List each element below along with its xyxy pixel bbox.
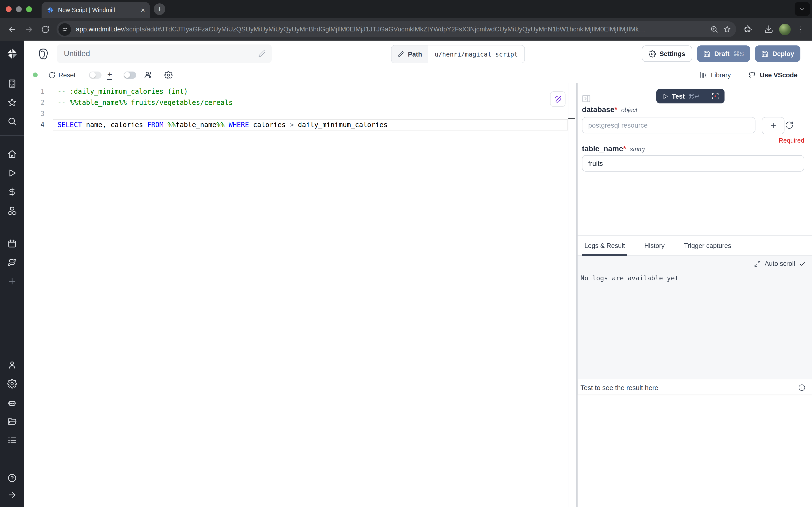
- draft-label: Draft: [714, 50, 730, 57]
- line-number: 1: [24, 86, 45, 97]
- add-resource-button[interactable]: [762, 117, 785, 134]
- script-name-input[interactable]: [63, 49, 258, 58]
- windmill-logo[interactable]: [6, 47, 18, 60]
- settings-gear-icon[interactable]: [7, 379, 17, 389]
- bookmark-star-icon[interactable]: [723, 25, 731, 33]
- script-name-field[interactable]: [57, 45, 272, 63]
- add-plus-icon[interactable]: [7, 276, 17, 286]
- tab-history[interactable]: History: [642, 236, 667, 255]
- site-info-button[interactable]: [58, 23, 71, 36]
- test-button[interactable]: Test ⌘↵: [656, 89, 705, 103]
- deploy-button[interactable]: Deploy: [755, 45, 800, 62]
- home-icon[interactable]: [7, 149, 17, 159]
- audit-list-icon[interactable]: [7, 436, 17, 445]
- expand-logs-icon[interactable]: [754, 260, 761, 267]
- resources-boxes-icon[interactable]: [7, 206, 17, 216]
- close-window-button[interactable]: [6, 6, 12, 12]
- postgresql-icon: [36, 47, 49, 60]
- tab-logs-result[interactable]: Logs & Result: [582, 236, 627, 255]
- path-value[interactable]: u/henri/magical_script: [428, 45, 525, 63]
- path-selector[interactable]: Path u/henri/magical_script: [391, 45, 525, 63]
- forward-icon[interactable]: [24, 24, 34, 34]
- tab-close-icon[interactable]: ×: [141, 6, 145, 13]
- workspace-building-icon[interactable]: [7, 79, 17, 89]
- code-line[interactable]: SELECT name, calories FROM %%table_name%…: [58, 119, 567, 130]
- reload-icon[interactable]: [41, 25, 50, 34]
- logs-empty-message: No logs are available yet: [580, 274, 679, 282]
- collapse-panel-icon[interactable]: [581, 94, 591, 103]
- back-icon[interactable]: [7, 24, 17, 34]
- use-vscode-button[interactable]: Use VScode: [748, 71, 798, 79]
- gear-icon: [648, 50, 656, 57]
- info-icon[interactable]: [798, 384, 806, 392]
- edit-path-pencil-icon: [397, 51, 404, 58]
- line-number: 3: [24, 108, 45, 119]
- edit-name-pencil-icon[interactable]: [258, 50, 266, 58]
- refresh-resources-icon[interactable]: [785, 121, 794, 129]
- required-error: Required: [779, 137, 804, 144]
- test-shortcut: ⌘↵: [688, 93, 700, 100]
- diff-plusminus-icon[interactable]: ±: [108, 70, 112, 79]
- field-type: string: [630, 146, 645, 153]
- result-placeholder-text: Test to see the result here: [580, 384, 658, 392]
- tab-trigger-captures[interactable]: Trigger captures: [682, 236, 734, 255]
- address-bar[interactable]: app.windmill.dev/scripts/add#JTdCJTIyaGF…: [57, 21, 736, 37]
- search-icon[interactable]: [7, 116, 17, 126]
- test-label: Test: [672, 93, 685, 100]
- editor-settings-gear-icon[interactable]: [164, 71, 172, 79]
- collaborators-users-icon[interactable]: [144, 70, 153, 79]
- settings-button[interactable]: Settings: [642, 45, 692, 62]
- autoscroll-label: Auto scroll: [765, 260, 795, 267]
- routes-route-icon[interactable]: [7, 258, 17, 267]
- ai-robot-icon[interactable]: [7, 398, 17, 407]
- variables-dollar-icon[interactable]: [7, 187, 17, 197]
- header-actions: Settings Draft ⌘S Deploy: [642, 45, 800, 62]
- new-tab-button[interactable]: +: [154, 3, 165, 15]
- check-icon[interactable]: [799, 260, 806, 267]
- draft-button[interactable]: Draft ⌘S: [697, 45, 750, 62]
- profile-avatar[interactable]: [779, 23, 791, 35]
- minimize-window-button[interactable]: [16, 6, 22, 12]
- folders-folder-icon[interactable]: [7, 416, 17, 426]
- runs-play-icon[interactable]: [7, 168, 17, 178]
- test-capture-button[interactable]: [706, 89, 724, 103]
- expand-sidebar-arrow-icon[interactable]: [7, 490, 17, 500]
- table-name-input[interactable]: [582, 155, 804, 172]
- github-icon: [748, 71, 756, 79]
- use-vscode-label: Use VScode: [760, 71, 798, 78]
- reset-refresh-icon: [48, 71, 56, 78]
- path-label-segment[interactable]: Path: [392, 45, 428, 63]
- browser-menu-icon[interactable]: [797, 25, 805, 34]
- schedules-calendar-icon[interactable]: [7, 239, 17, 248]
- app-sidebar: [0, 41, 24, 507]
- code-line[interactable]: -- %%table_name%% fruits/vegetables/cere…: [58, 97, 567, 108]
- table-name-field-label: table_name* string: [582, 145, 645, 153]
- ai-assistant-wand-button[interactable]: [550, 91, 566, 107]
- zoom-window-button[interactable]: [26, 6, 32, 12]
- code-line[interactable]: -- :daily_minimum_calories (int): [58, 86, 567, 97]
- collab-toggle[interactable]: [123, 71, 136, 78]
- library-button[interactable]: Library: [699, 71, 731, 79]
- result-tabs: Logs & Result History Trigger captures: [578, 235, 812, 256]
- window-controls[interactable]: [6, 6, 32, 12]
- autoscroll-control[interactable]: Auto scroll: [754, 260, 806, 267]
- favorites-star-icon[interactable]: [7, 98, 17, 107]
- extensions-puzzle-icon[interactable]: [743, 25, 752, 34]
- browser-tab[interactable]: New Script | Windmill ×: [42, 2, 150, 18]
- help-circle-icon[interactable]: [7, 473, 17, 483]
- tab-search-button[interactable]: [795, 2, 810, 16]
- code-content[interactable]: -- :daily_minimum_calories (int)-- %%tab…: [58, 86, 567, 130]
- settings-label: Settings: [659, 50, 685, 57]
- database-resource-input[interactable]: [582, 117, 755, 133]
- url-host: app.windmill.dev: [76, 25, 124, 33]
- required-asterisk: *: [623, 145, 626, 153]
- code-line[interactable]: [58, 108, 567, 119]
- toolbar-divider: [758, 25, 758, 33]
- code-editor[interactable]: 1234 -- :daily_minimum_calories (int)-- …: [24, 83, 576, 507]
- url-text[interactable]: app.windmill.dev/scripts/add#JTdCJTIyaGF…: [76, 25, 710, 33]
- zoom-page-icon[interactable]: [710, 25, 718, 33]
- workers-person-icon[interactable]: [7, 360, 17, 370]
- downloads-icon[interactable]: [764, 25, 773, 34]
- diff-toggle[interactable]: [89, 71, 102, 78]
- reset-button[interactable]: Reset: [48, 71, 76, 78]
